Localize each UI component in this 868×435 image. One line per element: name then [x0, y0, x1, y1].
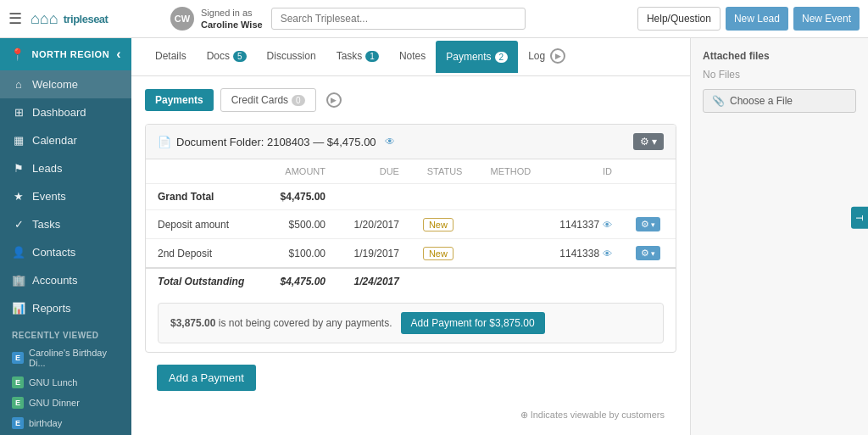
- help-button[interactable]: Help/Question: [637, 7, 721, 31]
- recent-item-label: birthday: [29, 418, 62, 428]
- sidebar-item-contacts[interactable]: 👤 Contacts: [0, 238, 131, 266]
- sidebar-item-label: Tasks: [32, 218, 60, 231]
- recent-item-carolines[interactable]: E Caroline's Birthday Di...: [0, 343, 131, 372]
- col-header-status: STATUS: [411, 159, 475, 184]
- search-box[interactable]: [271, 8, 526, 30]
- sidebar-item-welcome[interactable]: ⌂ Welcome: [0, 70, 131, 98]
- sidebar-item-calendar[interactable]: ▦ Calendar: [0, 126, 131, 154]
- tab-log[interactable]: Log ▶: [518, 38, 576, 75]
- sidebar-item-label: Calendar: [32, 134, 77, 147]
- tab-details[interactable]: Details: [145, 40, 197, 74]
- sidebar-item-tasks[interactable]: ✓ Tasks: [0, 210, 131, 238]
- tab-tasks[interactable]: Tasks 1: [326, 40, 389, 74]
- credit-cards-sub-tab[interactable]: Credit Cards 0: [220, 88, 316, 112]
- gear-button[interactable]: ⚙ ▾: [633, 133, 664, 150]
- sidebar-item-accounts[interactable]: 🏢 Accounts: [0, 266, 131, 294]
- recent-badge-event: E: [12, 352, 24, 364]
- recent-badge-event: E: [12, 397, 24, 409]
- choose-file-label: Choose a File: [730, 95, 793, 107]
- sidebar-item-label: Dashboard: [32, 106, 86, 119]
- sidebar-item-label: Leads: [32, 162, 62, 175]
- sidebar-item-label: Welcome: [32, 78, 78, 91]
- logo-icon: ⌂⌂⌂: [31, 10, 58, 28]
- row-amount: $100.00: [264, 239, 337, 269]
- add-payment-alert-button[interactable]: Add Payment for $3,875.00: [401, 312, 545, 334]
- alert-suffix: is not being covered by any payments.: [219, 317, 392, 329]
- search-input[interactable]: [271, 8, 526, 30]
- tasks-badge: 1: [365, 51, 379, 62]
- accounts-icon: 🏢: [12, 274, 25, 287]
- contacts-icon: 👤: [12, 246, 25, 259]
- tab-docs[interactable]: Docs 5: [197, 40, 257, 74]
- logo-text: tripleseat: [64, 13, 108, 25]
- collapse-icon[interactable]: ‹: [116, 47, 121, 62]
- events-icon: ★: [12, 190, 25, 203]
- user-name: Caroline Wise: [201, 19, 263, 31]
- alert-amount: $3,875.00: [170, 317, 215, 329]
- document-icon: 📄: [158, 136, 171, 148]
- right-panel: Attached files No Files 📎 Choose a File: [690, 38, 868, 435]
- new-event-button[interactable]: New Event: [793, 7, 860, 31]
- recent-item-gnu-dinner[interactable]: E GNU Dinner: [0, 393, 131, 413]
- recent-badge-event: E: [12, 417, 24, 429]
- document-folder: 📄 Document Folder: 2108403 — $4,475.00 👁…: [145, 124, 676, 353]
- avatar: CW: [170, 7, 194, 31]
- choose-file-button[interactable]: 📎 Choose a File: [703, 89, 856, 113]
- row-due: 1/19/2017: [337, 239, 411, 269]
- grand-total-label: Grand Total: [146, 184, 264, 210]
- doc-folder-header: 📄 Document Folder: 2108403 — $4,475.00 👁…: [146, 125, 676, 159]
- user-area: CW Signed in as Caroline Wise: [170, 7, 263, 31]
- recent-item-birthday[interactable]: E birthday: [0, 413, 131, 433]
- file-icon: 📎: [712, 95, 725, 107]
- attached-files-title: Attached files: [703, 50, 856, 62]
- payments-sub-tab[interactable]: Payments: [145, 89, 214, 111]
- total-outstanding-due: 1/24/2017: [337, 268, 411, 294]
- grand-total-amount: $4,475.00: [264, 184, 337, 210]
- add-payment-button[interactable]: Add a Payment: [157, 365, 256, 391]
- sidebar: 📍 NORTH REGION ‹ ⌂ Welcome ⊞ Dashboard ▦…: [0, 38, 131, 435]
- right-edge-tab[interactable]: T: [851, 206, 868, 229]
- content-body: Payments Credit Cards 0 ▶ 📄 Document Fol…: [131, 76, 690, 435]
- dashboard-icon: ⊞: [12, 106, 25, 119]
- alert-bar: $3,875.00 is not being covered by any pa…: [158, 303, 664, 343]
- row-action[interactable]: ⚙ ▾: [624, 210, 676, 239]
- tab-payments[interactable]: Payments 2: [436, 41, 518, 73]
- recent-badge-event: E: [12, 376, 24, 388]
- payments-play-icon[interactable]: ▶: [326, 92, 342, 108]
- recent-item-label: GNU Dinner: [29, 398, 80, 408]
- main-layout: 📍 NORTH REGION ‹ ⌂ Welcome ⊞ Dashboard ▦…: [0, 38, 868, 435]
- sidebar-item-events[interactable]: ★ Events: [0, 182, 131, 210]
- tasks-icon: ✓: [12, 218, 25, 231]
- log-play-icon[interactable]: ▶: [550, 48, 565, 64]
- col-header-action: [624, 159, 676, 184]
- topbar-actions: Help/Question New Lead New Event: [637, 7, 860, 31]
- col-header-due: DUE: [337, 159, 411, 184]
- add-payment-area: Add a Payment: [145, 353, 676, 403]
- topbar: ☰ ⌂⌂⌂ tripleseat CW Signed in as Carolin…: [0, 0, 868, 38]
- row-status: New: [411, 210, 475, 239]
- tab-notes[interactable]: Notes: [389, 40, 436, 74]
- sidebar-item-reports[interactable]: 📊 Reports: [0, 294, 131, 322]
- sidebar-item-dashboard[interactable]: ⊞ Dashboard: [0, 98, 131, 126]
- total-outstanding-label: Total Outstanding: [146, 268, 264, 294]
- row-eye-icon: 👁: [603, 220, 612, 230]
- sidebar-item-label: Accounts: [32, 274, 77, 287]
- recent-item-gnu-lunch[interactable]: E GNU Lunch: [0, 372, 131, 393]
- hamburger-icon[interactable]: ☰: [8, 9, 22, 28]
- new-lead-button[interactable]: New Lead: [726, 7, 788, 31]
- row-action[interactable]: ⚙ ▾: [624, 239, 676, 269]
- sidebar-item-label: Contacts: [32, 246, 75, 259]
- sidebar-item-leads[interactable]: ⚑ Leads: [0, 154, 131, 182]
- grand-total-row: Grand Total $4,475.00: [146, 184, 676, 210]
- row-eye-icon: 👁: [603, 248, 612, 259]
- leads-icon: ⚑: [12, 162, 25, 175]
- region-name: NORTH REGION: [32, 49, 110, 59]
- eye-icon[interactable]: 👁: [385, 136, 395, 148]
- credit-cards-badge: 0: [292, 95, 305, 106]
- row-action-button[interactable]: ⚙ ▾: [636, 217, 660, 231]
- logo: ⌂⌂⌂ tripleseat: [31, 10, 162, 28]
- tab-discussion[interactable]: Discussion: [257, 40, 326, 74]
- recently-viewed-label: Recently Viewed: [0, 322, 131, 343]
- row-action-button[interactable]: ⚙ ▾: [636, 246, 660, 260]
- row-method: [474, 210, 542, 239]
